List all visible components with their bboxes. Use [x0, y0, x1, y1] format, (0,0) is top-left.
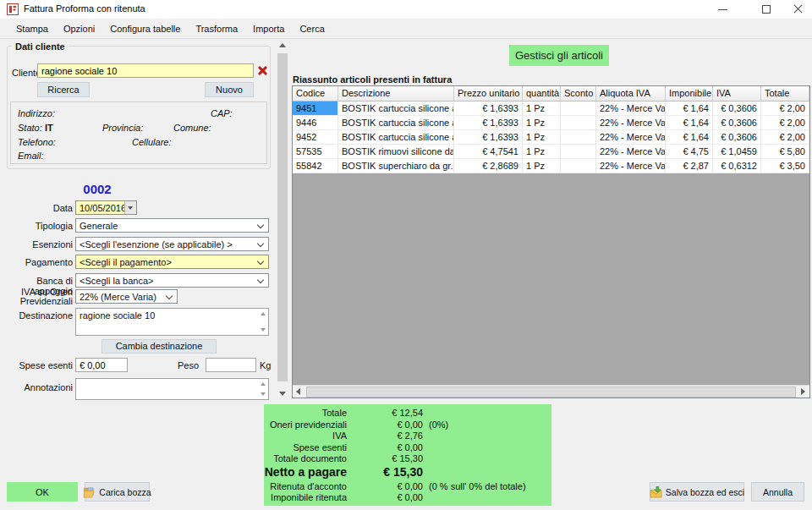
article-cell[interactable]: 22% - Merce Va — [596, 116, 666, 130]
article-cell[interactable]: € 0,3606 — [713, 116, 761, 130]
article-cell[interactable]: € 1,0459 — [713, 145, 761, 159]
article-cell[interactable]: € 2,8689 — [454, 159, 523, 173]
article-cell[interactable]: € 1,64 — [666, 116, 713, 130]
tipologia-combobox[interactable]: Generale — [75, 218, 269, 233]
article-cell[interactable]: 1 Pz — [523, 116, 561, 130]
article-cell[interactable]: € 2,00 — [761, 116, 809, 130]
article-cell[interactable]: € 1,6393 — [454, 116, 523, 130]
article-cell[interactable] — [561, 159, 596, 173]
article-cell[interactable]: BOSTIK cartuccia silicone ac — [338, 116, 454, 130]
column-header[interactable]: Totale — [761, 86, 809, 101]
article-cell[interactable]: € 2,00 — [761, 130, 809, 145]
article-cell[interactable]: 1 Pz — [523, 130, 561, 145]
article-cell[interactable]: € 0,3606 — [713, 101, 761, 116]
cliente-input[interactable] — [37, 63, 254, 78]
article-cell[interactable]: 9451 — [293, 101, 338, 116]
clear-client-icon[interactable] — [257, 65, 268, 76]
article-cell[interactable]: € 3,50 — [761, 159, 809, 173]
article-row[interactable]: 9446BOSTIK cartuccia silicone ac€ 1,6393… — [293, 116, 809, 130]
spese-esenti-input[interactable] — [75, 358, 128, 372]
data-combobox[interactable]: 10/05/2016 — [75, 200, 137, 215]
scrollbar-thumb[interactable] — [306, 387, 796, 398]
menu-trasforma[interactable]: Trasforma — [188, 24, 245, 34]
menu-importa[interactable]: Importa — [245, 24, 292, 34]
column-header[interactable]: Descrizione — [338, 86, 454, 101]
article-cell[interactable]: BOSTIK cartuccia silicone ac — [338, 101, 454, 116]
column-header[interactable]: IVA — [713, 86, 761, 101]
article-cell[interactable]: € 1,64 — [666, 130, 713, 145]
article-cell[interactable]: € 1,64 — [666, 101, 713, 116]
article-cell[interactable]: BOSTIK cartuccia silicone ac — [338, 130, 454, 145]
article-cell[interactable]: € 5,80 — [761, 145, 809, 159]
ok-button[interactable]: OK — [7, 482, 78, 502]
article-cell[interactable] — [561, 101, 596, 116]
ricerca-button[interactable]: Ricerca — [37, 82, 90, 97]
menu-cerca[interactable]: Cerca — [292, 24, 332, 34]
article-cell[interactable]: 22% - Merce Va — [596, 145, 666, 159]
article-cell[interactable]: € 2,87 — [666, 159, 713, 173]
article-cell[interactable]: 22% - Merce Va — [596, 130, 666, 145]
table-horizontal-scrollbar[interactable] — [293, 385, 809, 398]
esenzioni-combobox[interactable]: <Scegli l'esenzione (se applicabile) > — [75, 237, 269, 251]
menu-configura-tabelle[interactable]: Configura tabelle — [102, 24, 188, 34]
column-header[interactable]: Imponibile — [666, 86, 713, 101]
annulla-button[interactable]: Annulla — [751, 482, 804, 502]
scroll-left-icon[interactable] — [293, 386, 306, 398]
scroll-down-icon[interactable] — [261, 328, 266, 332]
iva-oneri-combobox[interactable]: 22% (Merce Varia) — [75, 289, 178, 304]
minimize-icon[interactable] — [709, 0, 738, 19]
article-cell[interactable]: 1 Pz — [523, 159, 561, 173]
article-cell[interactable]: € 1,6393 — [454, 130, 523, 145]
article-cell[interactable]: € 1,6393 — [454, 101, 523, 116]
article-cell[interactable]: 22% - Merce Va — [596, 101, 666, 116]
article-cell[interactable]: BOSTIK superchiaro da gr.12 — [338, 159, 454, 173]
article-cell[interactable]: 55842 — [293, 159, 338, 173]
date-dropdown-icon[interactable] — [124, 201, 136, 214]
column-header[interactable]: Codice — [293, 86, 338, 101]
annotazioni-textarea[interactable] — [75, 378, 269, 400]
column-header[interactable]: quantità — [523, 86, 561, 101]
article-cell[interactable]: 1 Pz — [523, 101, 561, 116]
article-cell[interactable]: 22% - Merce Va — [596, 159, 666, 173]
article-cell[interactable]: € 4,75 — [666, 145, 713, 159]
article-cell[interactable]: € 4,7541 — [454, 145, 523, 159]
article-cell[interactable] — [561, 145, 596, 159]
article-cell[interactable] — [561, 116, 596, 130]
scroll-up-icon[interactable] — [261, 382, 266, 386]
nuovo-button[interactable]: Nuovo — [205, 82, 254, 97]
left-panel-scrollbar[interactable] — [277, 39, 288, 401]
carica-bozza-button[interactable]: Carica bozza — [85, 482, 150, 502]
article-row[interactable]: 57535BOSTIK rimuovi silicone da r€ 4,754… — [293, 145, 809, 159]
article-cell[interactable]: € 0,6312 — [713, 159, 761, 173]
article-cell[interactable] — [561, 130, 596, 145]
scroll-down-icon[interactable] — [261, 392, 266, 396]
article-row[interactable]: 55842BOSTIK superchiaro da gr.12€ 2,8689… — [293, 159, 809, 173]
scroll-up-icon[interactable] — [261, 312, 266, 315]
article-row[interactable]: 9452BOSTIK cartuccia silicone ac€ 1,6393… — [293, 130, 809, 145]
article-cell[interactable]: 9446 — [293, 116, 338, 130]
article-cell[interactable]: 57535 — [293, 145, 338, 159]
peso-input[interactable] — [206, 358, 256, 372]
scroll-up-icon[interactable] — [277, 39, 288, 52]
scroll-right-icon[interactable] — [796, 386, 809, 398]
maximize-icon[interactable] — [752, 0, 781, 19]
close-icon[interactable] — [783, 0, 812, 19]
scroll-down-icon[interactable] — [277, 387, 288, 401]
article-cell[interactable]: € 2,00 — [761, 101, 809, 116]
salva-bozza-button[interactable]: Salva bozza ed esci — [650, 482, 744, 502]
article-cell[interactable]: € 0,3606 — [713, 130, 761, 145]
article-cell[interactable]: 1 Pz — [523, 145, 561, 159]
pagamento-combobox[interactable]: <Scegli il pagamento> — [75, 255, 269, 269]
column-header[interactable]: Prezzo unitario — [454, 86, 523, 101]
destinazione-textarea[interactable]: ragione sociale 10 — [75, 308, 269, 336]
column-header[interactable]: Sconto — [561, 86, 596, 101]
banca-combobox[interactable]: <Scegli la banca> — [75, 273, 269, 288]
article-cell[interactable]: BOSTIK rimuovi silicone da r — [338, 145, 454, 159]
cambia-destinazione-button[interactable]: Cambia destinazione — [102, 339, 217, 354]
article-row[interactable]: 9451BOSTIK cartuccia silicone ac€ 1,6393… — [293, 101, 809, 116]
menu-stampa[interactable]: Stampa — [8, 24, 56, 34]
gestisci-articoli-button[interactable]: Gestisci gli articoli — [509, 45, 609, 66]
article-cell[interactable]: 9452 — [293, 130, 338, 145]
column-header[interactable]: Aliquota IVA — [596, 86, 666, 101]
menu-opzioni[interactable]: Opzioni — [56, 24, 102, 34]
